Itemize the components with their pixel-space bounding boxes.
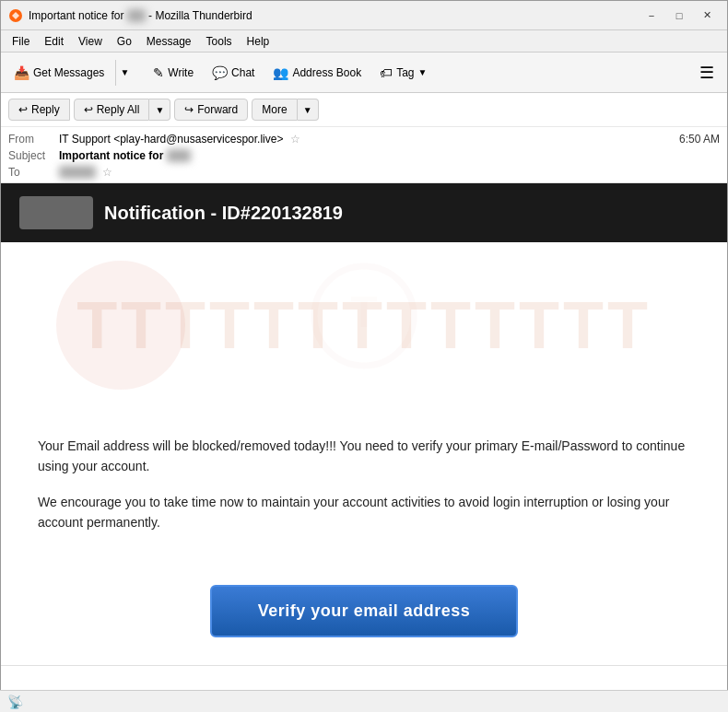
circle-watermark bbox=[56, 261, 185, 390]
address-book-icon: 👥 bbox=[273, 65, 288, 80]
address-book-label: Address Book bbox=[292, 66, 361, 79]
subject-text: Important notice for bbox=[59, 149, 167, 162]
message-actions-bar: ↩ Reply ↩ Reply All ▼ ↪ Forward More ▼ bbox=[1, 93, 727, 127]
close-button[interactable]: ✕ bbox=[694, 6, 720, 25]
notification-id: Notification - ID#220132819 bbox=[104, 203, 343, 224]
forward-button[interactable]: ↪ Forward bbox=[174, 99, 248, 121]
menu-go[interactable]: Go bbox=[110, 33, 139, 50]
chat-label: Chat bbox=[231, 66, 254, 79]
from-value: IT Support <play-hard@nusaservicespor.li… bbox=[59, 133, 679, 146]
maximize-button[interactable]: □ bbox=[666, 6, 692, 25]
reply-all-icon: ↩ bbox=[84, 103, 93, 116]
from-row: From IT Support <play-hard@nusaservicesp… bbox=[8, 131, 720, 147]
to-blurred bbox=[59, 166, 96, 179]
reply-label: Reply bbox=[31, 103, 60, 116]
subject-blurred bbox=[167, 149, 192, 162]
window-controls: − □ ✕ bbox=[639, 6, 720, 25]
email-content-wrapper[interactable]: Notification - ID#220132819 TTTTTTTTTTTT… bbox=[1, 183, 727, 667]
menu-help[interactable]: Help bbox=[240, 33, 277, 50]
subject-row: Subject Important notice for bbox=[8, 147, 720, 164]
message-time: 6:50 AM bbox=[679, 133, 720, 146]
message-meta: From IT Support <play-hard@nusaservicesp… bbox=[1, 127, 727, 182]
title-bar: Important notice for - Mozilla Thunderbi… bbox=[1, 1, 727, 30]
window-title: Important notice for - Mozilla Thunderbi… bbox=[29, 9, 639, 22]
email-body: Notification - ID#220132819 TTTTTTTTTTTT… bbox=[1, 183, 727, 667]
tag-icon: 🏷 bbox=[380, 65, 393, 80]
tag-label: Tag bbox=[396, 66, 414, 79]
to-value: ☆ bbox=[59, 166, 720, 179]
notification-logo bbox=[19, 196, 93, 229]
subject-label: Subject bbox=[8, 149, 59, 162]
forward-icon: ↪ bbox=[184, 103, 194, 116]
forward-label: Forward bbox=[197, 103, 238, 116]
menu-tools[interactable]: Tools bbox=[199, 33, 240, 50]
verify-email-button[interactable]: Verify your email address bbox=[210, 585, 519, 637]
tag-dropdown-arrow: ▼ bbox=[418, 67, 428, 77]
reply-button[interactable]: ↩ Reply bbox=[8, 99, 70, 121]
menu-view[interactable]: View bbox=[71, 33, 110, 50]
app-icon bbox=[8, 8, 23, 23]
from-address: IT Support <play-hard@nusaservicespor.li… bbox=[59, 133, 283, 146]
reply-all-dropdown[interactable]: ▼ bbox=[149, 99, 170, 121]
write-button[interactable]: ✎ Write bbox=[146, 62, 201, 84]
chat-icon: 💬 bbox=[212, 65, 228, 80]
svg-text:T: T bbox=[350, 287, 377, 336]
menu-bar: File Edit View Go Message Tools Help bbox=[1, 30, 727, 53]
more-button-group: More ▼ bbox=[252, 99, 318, 121]
watermark-area: TTTTTTTTTTTTT T bbox=[1, 242, 727, 408]
email-text-content: Your Email address will be blocked/remov… bbox=[1, 408, 727, 566]
write-label: Write bbox=[168, 66, 194, 79]
wifi-icon: 📡 bbox=[7, 694, 23, 709]
more-dropdown[interactable]: ▼ bbox=[298, 99, 319, 121]
get-messages-icon: 📥 bbox=[14, 65, 29, 80]
watermark-logo: T bbox=[309, 261, 419, 371]
note-section: Note: We will not be held responsible fo… bbox=[1, 665, 727, 667]
minimize-button[interactable]: − bbox=[639, 6, 664, 25]
reply-all-label: Reply All bbox=[97, 103, 140, 116]
get-messages-button[interactable]: 📥 Get Messages bbox=[6, 62, 112, 84]
write-icon: ✎ bbox=[153, 65, 164, 80]
get-messages-label: Get Messages bbox=[33, 66, 104, 79]
get-messages-dropdown[interactable]: ▼ bbox=[115, 60, 133, 86]
subject-value: Important notice for bbox=[59, 149, 720, 162]
menu-file[interactable]: File bbox=[5, 33, 37, 50]
email-paragraph-2: We encourage you to take time now to mai… bbox=[38, 492, 690, 533]
reply-icon: ↩ bbox=[18, 103, 28, 116]
chat-button[interactable]: 💬 Chat bbox=[205, 62, 262, 84]
toolbar: 📥 Get Messages ▼ ✎ Write 💬 Chat 👥 Addres… bbox=[1, 53, 727, 93]
reply-all-button-group: ↩ Reply All ▼ bbox=[74, 99, 171, 121]
verify-button-container: Verify your email address bbox=[1, 566, 727, 665]
to-label: To bbox=[8, 166, 59, 179]
from-label: From bbox=[8, 133, 59, 146]
status-bar: 📡 bbox=[0, 690, 728, 712]
tag-button[interactable]: 🏷 Tag ▼ bbox=[372, 62, 434, 84]
title-blurred-name bbox=[127, 9, 146, 22]
message-header: ↩ Reply ↩ Reply All ▼ ↪ Forward More ▼ F… bbox=[1, 93, 727, 183]
reply-button-group: ↩ Reply bbox=[8, 99, 70, 121]
to-star-icon[interactable]: ☆ bbox=[102, 166, 112, 179]
more-label: More bbox=[262, 103, 287, 116]
email-paragraph-1: Your Email address will be blocked/remov… bbox=[38, 436, 690, 477]
to-row: To ☆ bbox=[8, 164, 720, 181]
reply-all-button[interactable]: ↩ Reply All bbox=[74, 99, 150, 121]
more-button[interactable]: More bbox=[252, 99, 297, 121]
from-star-icon[interactable]: ☆ bbox=[290, 133, 300, 146]
address-book-button[interactable]: 👥 Address Book bbox=[265, 62, 369, 84]
menu-edit[interactable]: Edit bbox=[37, 33, 71, 50]
menu-message[interactable]: Message bbox=[139, 33, 199, 50]
hamburger-menu[interactable]: ☰ bbox=[692, 59, 722, 87]
notification-header: Notification - ID#220132819 bbox=[1, 183, 727, 242]
